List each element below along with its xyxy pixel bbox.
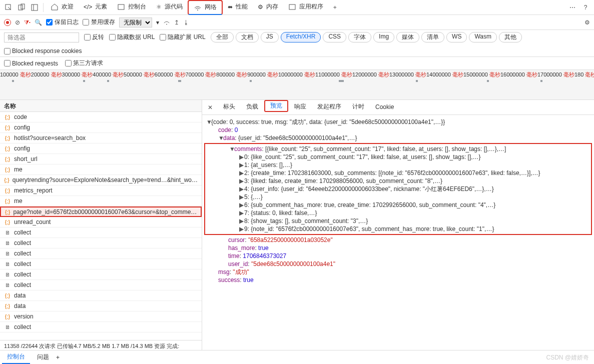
- preview-tab-3[interactable]: 响应: [289, 100, 311, 115]
- filter-pill-其他[interactable]: 其他: [499, 32, 522, 42]
- close-icon[interactable]: ✕: [204, 104, 216, 111]
- expand-icon[interactable]: ▶: [239, 225, 244, 233]
- expand-icon[interactable]: ▶: [239, 217, 244, 225]
- expand-icon[interactable]: ▶: [239, 177, 244, 185]
- expand-icon[interactable]: ▶: [239, 193, 244, 201]
- request-row[interactable]: {;}short_url: [0, 154, 202, 164]
- preview-tab-0[interactable]: 标头: [218, 100, 240, 115]
- request-row[interactable]: {;}page?note_id=6576f2cb0000000016007e63…: [0, 206, 202, 217]
- settings-icon[interactable]: ⚙: [584, 19, 590, 26]
- tab-performance[interactable]: ⬌性能: [223, 0, 253, 15]
- dock-icon[interactable]: [28, 1, 41, 14]
- filter-pill-fetch/xhr[interactable]: Fetch/XHR: [281, 32, 321, 42]
- help-icon[interactable]: ?: [579, 1, 592, 14]
- request-row[interactable]: {;}config: [0, 122, 202, 133]
- tab-welcome[interactable]: 欢迎: [46, 0, 79, 15]
- filter-pill-img[interactable]: Img: [373, 32, 394, 42]
- hide-data-urls-checkbox[interactable]: 隐藏数据 URL: [109, 33, 155, 42]
- filter-pill-js[interactable]: JS: [261, 32, 279, 42]
- preview-tab-6[interactable]: Cookie: [370, 100, 399, 115]
- tab-network[interactable]: 网络: [188, 0, 223, 15]
- device-icon[interactable]: [15, 1, 28, 14]
- request-row[interactable]: 🗎collect: [0, 259, 202, 270]
- filter-pill-ws[interactable]: WS: [446, 32, 467, 42]
- request-name: collect: [14, 324, 31, 330]
- preview-tab-1[interactable]: 负载: [241, 100, 263, 115]
- request-row[interactable]: {;}data: [0, 290, 202, 301]
- preserve-log-checkbox[interactable]: 保留日志: [46, 18, 79, 26]
- timeline[interactable]: 100000 毫秒 200000 毫秒 300000 毫秒 400000 毫秒 …: [0, 70, 594, 100]
- request-name: config: [14, 124, 30, 131]
- preview-tab-2[interactable]: 预览: [264, 100, 288, 112]
- search-icon[interactable]: 🔍: [35, 19, 42, 26]
- tab-memory[interactable]: ⚙内存: [253, 0, 283, 15]
- request-row[interactable]: {;}data: [0, 301, 202, 312]
- upload-icon[interactable]: ↥: [174, 19, 179, 26]
- request-row[interactable]: {;}metrics_report: [0, 186, 202, 196]
- blocked-requests-checkbox[interactable]: Blocked requests: [4, 59, 58, 68]
- expand-icon[interactable]: ▶: [239, 169, 244, 177]
- expand-icon[interactable]: ▼: [206, 118, 211, 126]
- expand-icon[interactable]: ▶: [239, 209, 244, 217]
- disable-cache-checkbox[interactable]: 禁用缓存: [83, 18, 115, 26]
- add-drawer-tab-icon[interactable]: +: [56, 354, 60, 361]
- drawer-tab-issues[interactable]: 问题: [32, 351, 54, 364]
- preview-body[interactable]: ▼{code: 0, success: true, msg: "成功", dat…: [202, 115, 594, 352]
- filter-pill-css[interactable]: CSS: [323, 32, 346, 42]
- drawer-tab-console[interactable]: 控制台: [2, 350, 30, 364]
- preview-tab-4[interactable]: 发起程序: [312, 100, 346, 115]
- request-row[interactable]: {;}config: [0, 144, 202, 154]
- filter-pill-清单[interactable]: 清单: [421, 32, 444, 42]
- filter-pill-字体[interactable]: 字体: [348, 32, 371, 42]
- column-header-name[interactable]: 名称: [0, 100, 202, 112]
- inspect-icon[interactable]: [2, 1, 15, 14]
- request-row[interactable]: {;}version: [0, 312, 202, 322]
- expand-icon[interactable]: ▶: [239, 161, 244, 169]
- request-row[interactable]: {;}unread_count: [0, 217, 202, 228]
- expand-icon[interactable]: ▶: [239, 185, 244, 193]
- tab-sources[interactable]: ⚛源代码: [151, 0, 188, 15]
- request-row[interactable]: {;}me: [0, 196, 202, 206]
- preview-pane: ✕ 标头负载预览响应发起程序计时Cookie ▼{code: 0, succes…: [202, 100, 594, 352]
- record-icon[interactable]: [4, 19, 11, 26]
- tab-console[interactable]: 控制台: [112, 0, 151, 15]
- request-name: me: [14, 166, 23, 173]
- request-row[interactable]: 🗎collect: [0, 322, 202, 332]
- request-row[interactable]: {;}querytrending?source=ExploreNote&sear…: [0, 175, 202, 186]
- filter-input[interactable]: [4, 32, 79, 42]
- request-row[interactable]: 🗎collect: [0, 280, 202, 290]
- request-row[interactable]: 🗎collect: [0, 238, 202, 248]
- filter-pill-文档[interactable]: 文档: [236, 32, 259, 42]
- tab-elements[interactable]: </>元素: [79, 0, 112, 15]
- download-icon[interactable]: ⭳: [183, 19, 189, 26]
- blocked-cookies-checkbox[interactable]: Blocked response cookies: [4, 48, 82, 54]
- throttle-select[interactable]: 无限制: [119, 18, 152, 28]
- tab-application[interactable]: 应用程序: [283, 0, 328, 15]
- filter-pill-全部[interactable]: 全部: [211, 32, 234, 42]
- filter-icon[interactable]: ⧩•: [24, 19, 31, 26]
- request-list[interactable]: {;}code{;}config{;}hotlist?source=search…: [0, 112, 202, 340]
- add-tab-icon[interactable]: +: [328, 1, 341, 14]
- svg-point-8: [166, 24, 167, 24]
- more-icon[interactable]: ⋯: [566, 1, 579, 14]
- request-row[interactable]: 🗎collect: [0, 228, 202, 238]
- request-row[interactable]: {;}me: [0, 164, 202, 175]
- hide-ext-urls-checkbox[interactable]: 隐藏扩展 URL: [160, 33, 205, 42]
- json-icon: {;}: [4, 303, 11, 309]
- request-row[interactable]: 🗎collect: [0, 248, 202, 259]
- invert-checkbox[interactable]: 反转: [84, 33, 104, 42]
- request-row[interactable]: {;}hotlist?source=search_box: [0, 133, 202, 144]
- filter-pill-媒体[interactable]: 媒体: [396, 32, 419, 42]
- request-row[interactable]: 🗎collect: [0, 270, 202, 280]
- expand-icon[interactable]: ▶: [239, 153, 244, 161]
- preview-tab-5[interactable]: 计时: [347, 100, 369, 115]
- expand-icon[interactable]: ▼: [229, 145, 234, 153]
- expand-icon[interactable]: ▶: [239, 201, 244, 209]
- filter-pill-wasm[interactable]: Wasm: [469, 32, 497, 42]
- third-party-checkbox[interactable]: 第三方请求: [65, 59, 103, 68]
- expand-icon[interactable]: ▼: [218, 134, 223, 142]
- wifi-icon[interactable]: [163, 19, 170, 26]
- request-row[interactable]: {;}code: [0, 112, 202, 122]
- document-icon: 🗎: [4, 240, 11, 246]
- clear-icon[interactable]: ⊘: [15, 19, 20, 26]
